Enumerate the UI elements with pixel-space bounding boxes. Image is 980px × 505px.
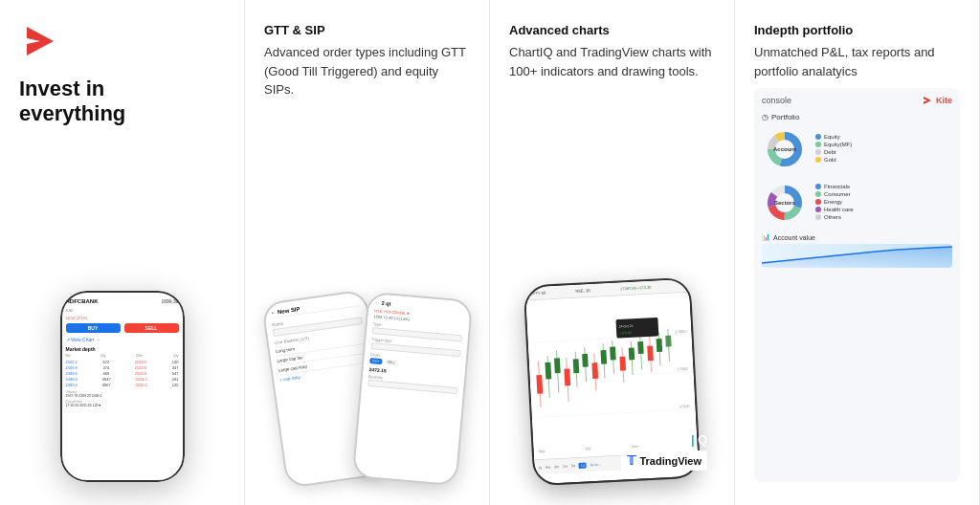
legend-financials: Financials <box>815 184 952 189</box>
svg-rect-13 <box>564 369 570 386</box>
svg-text:Oct: Oct <box>585 446 591 450</box>
legend-consumer: Consumer <box>815 191 952 197</box>
svg-rect-11 <box>554 358 561 373</box>
stock-exchange: NSE <box>66 308 179 313</box>
time-5d[interactable]: 5d <box>571 464 575 468</box>
legend-debt: Debt <box>815 149 952 155</box>
svg-text:17500: 17500 <box>678 366 689 372</box>
sell-button[interactable]: SELL <box>124 323 179 333</box>
portfolio-header: console Kite <box>762 96 952 105</box>
energy-dot <box>815 199 821 205</box>
account-legend: Equity Equity(MF) Debt Gold <box>815 134 952 165</box>
time-1y[interactable]: 1y <box>538 465 542 469</box>
chart-options[interactable]: ⋮ <box>681 283 685 288</box>
svg-rect-29 <box>637 341 644 354</box>
sparkline <box>762 244 952 268</box>
svg-rect-9 <box>545 362 551 380</box>
view-chart-link[interactable]: ↗ View Chart → <box>66 337 179 342</box>
stock-name: HDFCBANK <box>66 298 99 304</box>
svg-rect-33 <box>657 339 663 352</box>
tv-icon: 𝕋 <box>627 453 635 468</box>
gtt-phones-container: ← New SIP Name Line Baskets (1/3) Long t… <box>264 99 470 483</box>
console-text: console <box>762 96 791 105</box>
legend-others: Others <box>815 214 952 220</box>
portfolio-phone: console Kite ◷ Portfolio <box>754 88 960 482</box>
legend-energy: Energy <box>815 199 952 205</box>
depth-header-row: BidQtyOfferQty <box>66 354 179 358</box>
order-tab-buy[interactable]: BUY <box>369 358 383 364</box>
panel-subtitle: Indepth portfolio <box>754 23 960 37</box>
depth-row-4: 2498.449472514.5241 <box>66 377 179 382</box>
svg-text:Sectors: Sectors <box>774 200 796 206</box>
equity-mf-label: Equity(MF) <box>824 142 852 147</box>
others-label: Others <box>824 214 841 220</box>
volume-value: 2567.78 2309.23 2499.2 <box>66 394 179 398</box>
stock-header: HDFCBANK 1699.30 <box>66 298 179 304</box>
svg-text:17800: 17800 <box>676 329 687 335</box>
sip-phone-front: ← 2 qt NSE: HDFCBANK ▼ 1699 +2.45 (+0.14… <box>352 292 474 487</box>
equity-mf-dot <box>815 142 821 147</box>
energy-label: Energy <box>824 199 842 205</box>
consumer-dot <box>815 191 821 197</box>
svg-line-1 <box>530 372 694 381</box>
legend-equity-mf: Equity(MF) <box>815 142 952 147</box>
goto-button[interactable]: Go to... <box>590 462 602 467</box>
chartiq-logo: Chart|IQ <box>658 432 707 447</box>
sectors-donut: Sectors <box>762 180 808 226</box>
panel-title: Invest ineverything <box>19 77 225 127</box>
portfolio-section: ◷ Portfolio <box>762 113 952 121</box>
stock-price: 1699.30 <box>161 298 178 304</box>
svg-rect-25 <box>619 357 626 371</box>
depth-row-3: 2499.64692513.9547 <box>66 371 179 376</box>
chart-exchange: NSE, 1D <box>575 288 590 294</box>
svg-rect-31 <box>647 345 654 361</box>
svg-text:24 Oct 21: 24 Oct 21 <box>619 324 634 329</box>
panel-invest: Invest ineverything HDFCBANK 1699.30 NSE… <box>0 0 245 505</box>
financials-label: Financials <box>824 184 850 189</box>
others-dot <box>815 214 821 220</box>
panel-charts: Advanced charts ChartIQ and TradingView … <box>490 0 735 505</box>
sectors-donut-row: Sectors Financials Consumer Energy Heal <box>762 180 952 226</box>
panel-gtt: GTT & SIP Advanced order types including… <box>245 0 490 505</box>
account-donut-row: Account Equity Equity(MF) Debt Gold <box>762 126 952 172</box>
chart-phone-container: NIFTY 50 NSE, 1D 17497.45 +173.30 ⋮ 1780… <box>509 80 715 482</box>
time-3m[interactable]: 3m <box>554 465 559 469</box>
kite-small-icon <box>922 96 933 105</box>
market-depth-title: Market depth <box>66 346 179 352</box>
time-6m[interactable]: 6m <box>546 465 550 469</box>
time-1m[interactable]: 1m <box>563 464 568 468</box>
phone-screen: HDFCBANK 1699.30 NSE 42.54 (2.1%) BUY SE… <box>60 291 185 482</box>
kite-label: Kite <box>936 96 952 105</box>
consumer-label: Consumer <box>824 191 851 197</box>
sip-front-screen: ← 2 qt NSE: HDFCBANK ▼ 1699 +2.45 (+0.14… <box>354 294 471 485</box>
gold-dot <box>815 157 821 163</box>
panel-portfolio: Indepth portfolio Unmatched P&L, tax rep… <box>735 0 980 505</box>
panel-description: ChartIQ and TradingView charts with 100+… <box>509 43 715 80</box>
depth-row-5: 2499.449672515.0120 <box>66 383 179 387</box>
financials-dot <box>815 184 821 189</box>
svg-rect-21 <box>601 350 608 364</box>
panel-subtitle: Advanced charts <box>509 23 715 37</box>
depth-row-1: 2502.26722513.5130 <box>66 360 179 364</box>
account-value-label: Account value <box>773 234 815 241</box>
svg-rect-15 <box>573 359 580 373</box>
panel-subtitle: GTT & SIP <box>264 23 470 37</box>
equity-label: Equity <box>824 134 840 140</box>
kite-logo <box>19 23 225 77</box>
circuit-value: 17:10:50 2031.05 120▼ <box>66 404 179 407</box>
panel-description: Advanced order types including GTT (Good… <box>264 43 470 99</box>
svg-rect-17 <box>582 354 589 367</box>
equity-dot <box>815 134 821 140</box>
account-value-section: 📊 Account value <box>762 233 952 268</box>
time-1d[interactable]: 1d <box>579 462 587 468</box>
chart-price: 17497.45 +173.30 <box>620 285 652 292</box>
chart-branding: Chart|IQ 𝕋 TradingView <box>621 432 707 471</box>
legend-healthcare: Health care <box>815 207 952 212</box>
buy-button[interactable]: BUY <box>66 323 121 333</box>
order-tab-sell[interactable]: SELL <box>384 359 398 365</box>
chart-symbol: NIFTY 50 <box>529 291 546 296</box>
svg-rect-27 <box>629 347 635 360</box>
panel-description: Unmatched P&L, tax reports and portfolio… <box>754 43 960 80</box>
svg-rect-35 <box>665 336 671 347</box>
healthcare-dot <box>815 207 821 212</box>
